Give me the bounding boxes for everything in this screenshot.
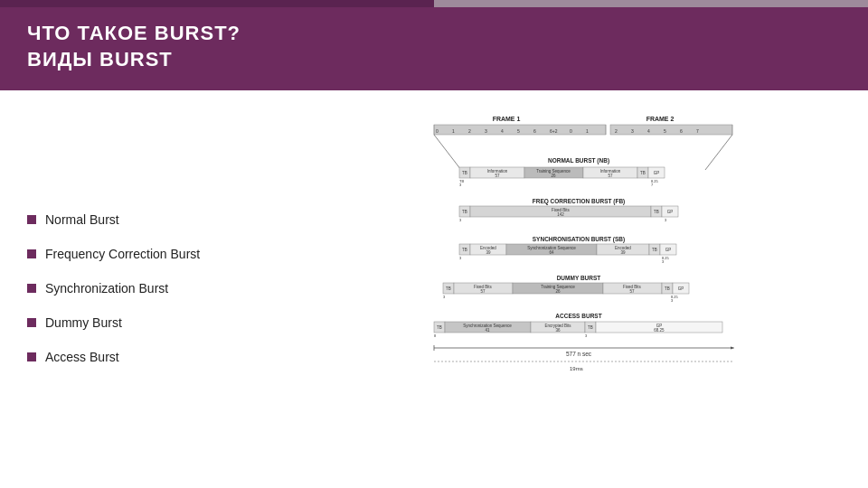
bullet-label-dummy: Dummy Burst — [45, 315, 122, 330]
svg-text:3: 3 — [485, 128, 487, 134]
bullet-square-dummy — [27, 318, 36, 327]
svg-text:2: 2 — [468, 128, 471, 134]
bullet-label-access: Access Burst — [45, 350, 119, 364]
svg-text:26: 26 — [551, 174, 556, 178]
svg-text:3: 3 — [585, 333, 588, 338]
svg-text:2: 2 — [615, 128, 618, 134]
svg-text:64: 64 — [549, 250, 554, 255]
header-line1: ЧТО ТАКОЕ BURST? — [27, 21, 841, 47]
svg-text:0: 0 — [436, 128, 439, 134]
svg-text:57: 57 — [608, 174, 613, 178]
svg-text:TB: TB — [588, 325, 593, 330]
svg-text:3: 3 — [443, 295, 446, 299]
bullet-list: Normal Burst Frequency Correction Burst … — [27, 108, 298, 479]
svg-text:4: 4 — [501, 128, 504, 134]
svg-text:FREQ CORRECTION BURST (FB): FREQ CORRECTION BURST (FB) — [533, 198, 626, 205]
svg-text:7: 7 — [696, 128, 699, 134]
svg-text:39: 39 — [620, 250, 626, 255]
svg-text:8: 8 — [434, 333, 437, 338]
header-line2-text: ВИДЫ — [27, 48, 99, 70]
svg-text:TB: TB — [462, 248, 467, 252]
svg-text:6: 6 — [533, 128, 536, 134]
header-line1-bold: BURST? — [155, 22, 241, 44]
content-area: Normal Burst Frequency Correction Burst … — [0, 90, 868, 488]
svg-line-23 — [434, 135, 461, 170]
diagram-area: FRAME 1 FRAME 2 0 1 2 3 4 5 6 — [298, 108, 841, 479]
svg-text:1: 1 — [452, 128, 455, 134]
bullet-label-freq: Frequency Correction Burst — [45, 247, 200, 261]
svg-text:3: 3 — [459, 218, 462, 222]
bullet-item-access: Access Burst — [27, 350, 298, 364]
svg-text:TB: TB — [446, 286, 451, 291]
svg-text:TB: TB — [462, 210, 467, 214]
svg-text:0: 0 — [570, 128, 572, 134]
svg-text:GP: GP — [654, 171, 660, 175]
svg-text:41: 41 — [485, 328, 490, 333]
svg-text:36: 36 — [555, 328, 561, 333]
bullet-square-normal — [27, 215, 36, 224]
svg-text:5: 5 — [517, 128, 520, 134]
svg-text:26: 26 — [555, 289, 561, 294]
svg-text:3: 3 — [459, 256, 462, 260]
svg-text:DUMMY BURST: DUMMY BURST — [557, 275, 601, 281]
bullet-square-access — [27, 352, 36, 361]
svg-text:TB: TB — [665, 286, 670, 291]
header: ЧТО ТАКОЕ BURST? ВИДЫ BURST — [0, 0, 868, 90]
svg-text:ACCESS BURST: ACCESS BURST — [555, 313, 601, 319]
svg-text:6: 6 — [680, 128, 683, 134]
bullet-square-freq — [27, 249, 36, 258]
svg-text:TB: TB — [437, 325, 442, 330]
bullet-item-sync: Synchronization Burst — [27, 281, 298, 296]
svg-text:5: 5 — [664, 128, 666, 134]
svg-text:4: 4 — [647, 128, 650, 134]
svg-text:TB: TB — [654, 210, 659, 214]
diagram-container: FRAME 1 FRAME 2 0 1 2 3 4 5 6 — [380, 108, 760, 452]
header-title: ЧТО ТАКОЕ BURST? ВИДЫ BURST — [27, 21, 841, 72]
header-line2-bold: BURST — [99, 48, 173, 70]
bullet-item-normal: Normal Burst — [27, 212, 298, 227]
svg-text:NORMAL BURST (NB): NORMAL BURST (NB) — [548, 157, 609, 164]
svg-text:19ms: 19ms — [570, 366, 583, 371]
slide: ЧТО ТАКОЕ BURST? ВИДЫ BURST Normal Burst… — [0, 0, 868, 488]
bullet-label-sync: Synchronization Burst — [45, 281, 168, 296]
svg-text:57: 57 — [480, 289, 486, 294]
svg-text:3: 3 — [631, 128, 634, 134]
svg-line-24 — [705, 135, 732, 170]
svg-rect-2 — [434, 125, 606, 135]
bullet-label-normal: Normal Burst — [45, 212, 119, 227]
svg-text:GP: GP — [678, 286, 684, 291]
svg-text:57: 57 — [629, 289, 635, 294]
svg-text:TB: TB — [640, 171, 646, 175]
svg-text:FRAME 2: FRAME 2 — [646, 116, 675, 122]
svg-text:68.25: 68.25 — [654, 328, 665, 333]
svg-text:GP: GP — [665, 248, 672, 252]
svg-text:FRAME 1: FRAME 1 — [493, 116, 521, 122]
svg-text:142: 142 — [557, 212, 564, 217]
diagram-svg: FRAME 1 FRAME 2 0 1 2 3 4 5 6 — [380, 108, 760, 452]
header-line1-text: ЧТО ТАКОЕ — [27, 22, 155, 44]
svg-text:SYNCHRONISATION BURST (SB): SYNCHRONISATION BURST (SB) — [533, 236, 625, 243]
bullet-square-sync — [27, 284, 36, 293]
svg-text:TB: TB — [462, 171, 467, 175]
bullet-item-freq: Frequency Correction Burst — [27, 247, 298, 261]
svg-text:57: 57 — [495, 174, 500, 178]
svg-rect-3 — [610, 125, 732, 135]
svg-text:1: 1 — [586, 128, 589, 134]
bullet-item-dummy: Dummy Burst — [27, 315, 298, 330]
svg-text:TB: TB — [652, 248, 657, 252]
svg-text:577 n sec: 577 n sec — [566, 351, 592, 357]
svg-text:6+2: 6+2 — [550, 128, 558, 134]
svg-text:GP: GP — [667, 210, 674, 214]
svg-text:3: 3 — [665, 218, 667, 222]
header-line2: ВИДЫ BURST — [27, 47, 841, 73]
svg-text:39: 39 — [486, 250, 491, 255]
